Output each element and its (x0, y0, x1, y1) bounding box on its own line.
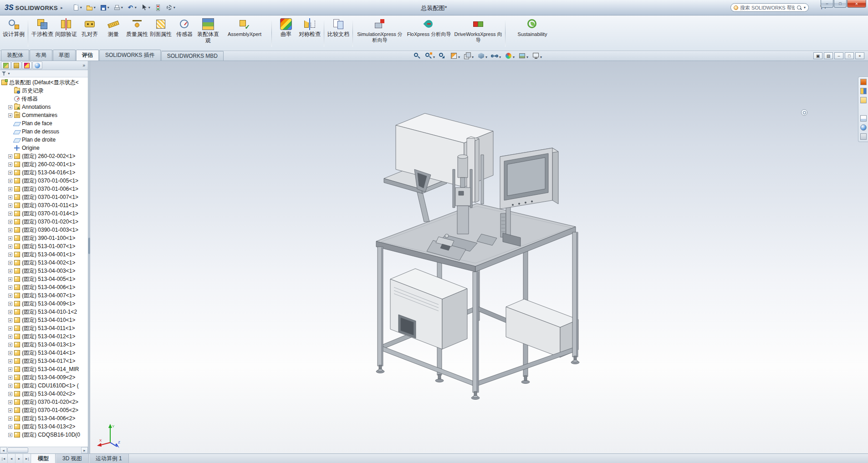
graphics-area[interactable]: X Y Z (90, 61, 868, 453)
model-tab[interactable]: 模型 (31, 454, 56, 463)
task-pane-tab[interactable] (860, 115, 867, 122)
panel-tab[interactable] (11, 61, 21, 69)
ribbon-item[interactable]: 比较文档 (327, 16, 350, 50)
filter-icon[interactable] (2, 71, 6, 76)
dropdown-caret-icon[interactable]: ▾ (433, 55, 435, 59)
dropdown-caret-icon[interactable]: ▾ (513, 55, 515, 59)
feature-tree-item[interactable]: + (固定) 513-01-007<1> (0, 242, 88, 250)
tab-scroll-button[interactable]: ► (15, 454, 23, 463)
feature-tree-item[interactable]: Plan de droite (0, 136, 88, 144)
document-window-button[interactable]: × (855, 52, 864, 59)
feature-tree-item[interactable]: + (固定) 513-04-009<1> (0, 300, 88, 308)
feature-tree-item[interactable]: + (固定) 260-02-002<1> (0, 152, 88, 160)
close-button[interactable]: × (847, 0, 866, 8)
expand-toggle[interactable]: + (8, 113, 12, 117)
expand-toggle[interactable]: + (8, 318, 12, 322)
view-tool-button[interactable]: ▾ (449, 52, 461, 60)
feature-tree-item[interactable]: + (固定) 0370-01-005<2> (0, 406, 88, 414)
expand-toggle[interactable]: + (8, 359, 12, 363)
expand-toggle[interactable]: + (8, 433, 12, 437)
dropdown-caret-icon[interactable]: ▾ (458, 55, 460, 59)
panel-tab[interactable] (22, 61, 32, 69)
view-tool-button[interactable]: ▾ (531, 52, 543, 60)
search-magnifier-icon[interactable] (797, 5, 802, 10)
dropdown-caret-icon[interactable]: ▾ (121, 5, 123, 10)
expand-toggle[interactable]: + (8, 253, 12, 257)
feature-tree-item[interactable]: + (固定) 260-02-001<1> (0, 160, 88, 168)
feature-tree-item[interactable]: + (固定) 390-01-100<1> (0, 234, 88, 242)
expand-toggle[interactable]: + (8, 163, 12, 167)
toolbar-button[interactable] (153, 3, 163, 12)
view-tool-button[interactable] (437, 52, 448, 60)
search-options-caret-icon[interactable]: ▾ (804, 5, 806, 10)
view-tool-button[interactable]: ▾ (424, 52, 436, 60)
dropdown-caret-icon[interactable]: ▾ (80, 5, 82, 10)
expand-toggle[interactable]: + (8, 310, 12, 314)
feature-tree-item[interactable]: + (固定) CDU1610D<1> ( (0, 382, 88, 390)
ribbon-item[interactable] (352, 19, 353, 47)
feature-tree-item[interactable]: + (固定) 0370-01-014<1> (0, 209, 88, 218)
ribbon-item[interactable]: 曲率 (274, 16, 298, 50)
toolbar-button[interactable]: ▾ (126, 3, 138, 12)
ribbon-item[interactable]: 孔对齐 (78, 16, 102, 50)
ribbon-item[interactable]: 干涉检查 (31, 16, 54, 50)
expand-toggle[interactable]: + (8, 351, 12, 355)
toolbar-button[interactable]: ▾ (71, 3, 83, 12)
ribbon-item[interactable]: 装配体直观 (196, 16, 220, 50)
expand-toggle[interactable]: + (8, 261, 12, 265)
tree-horizontal-scrollbar[interactable]: ◄ ► (0, 447, 88, 453)
feature-tree-item[interactable]: 历史记录 (0, 86, 88, 95)
expand-toggle[interactable]: + (8, 408, 12, 412)
feature-tree-item[interactable]: + (固定) 513-04-012<1> (0, 332, 88, 341)
feature-tree-item[interactable]: + (固定) 513-04-003<1> (0, 267, 88, 275)
expand-toggle[interactable]: + (8, 384, 12, 388)
feature-tree-item[interactable]: + Annotations (0, 103, 88, 111)
feature-tree-item[interactable]: + (固定) 513-04-014<1> (0, 349, 88, 357)
expand-toggle[interactable]: + (8, 277, 12, 281)
view-tool-button[interactable]: ▾ (476, 52, 489, 60)
task-pane-tab[interactable] (860, 106, 867, 112)
view-tool-button[interactable]: ▾ (517, 52, 530, 60)
dropdown-caret-icon[interactable]: ▾ (499, 55, 501, 59)
ribbon-item[interactable]: DriveWorksXpress 向导 (454, 16, 503, 50)
expand-toggle[interactable]: + (8, 105, 12, 109)
ribbon-item[interactable]: 质量属性 (125, 16, 149, 50)
dropdown-caret-icon[interactable]: ▾ (135, 5, 137, 10)
expand-toggle[interactable]: + (8, 425, 12, 429)
dropdown-caret-icon[interactable]: ▾ (94, 5, 96, 10)
dropdown-caret-icon[interactable]: ▾ (174, 5, 175, 10)
dropdown-caret-icon[interactable]: ▾ (540, 55, 542, 59)
maximize-button[interactable]: □ (834, 0, 847, 8)
expand-toggle[interactable]: + (8, 294, 12, 298)
search-box[interactable]: ▾ (730, 3, 809, 12)
menu-expand-chevron[interactable]: ▸ (61, 5, 63, 10)
task-pane-tab[interactable] (860, 133, 867, 140)
expand-toggle[interactable]: + (8, 244, 12, 249)
feature-tree-item[interactable]: Plan de face (0, 119, 88, 127)
feature-tree-item[interactable]: + (固定) 0370-01-020<1> (0, 218, 88, 226)
model-tab[interactable]: 3D 视图 (56, 454, 89, 463)
feature-tree-item[interactable]: + (固定) 513-04-005<1> (0, 275, 88, 283)
feature-tree-item[interactable]: + (固定) 513-04-006<2> (0, 414, 88, 422)
command-tab[interactable]: 布局 (30, 50, 52, 61)
feature-tree-item[interactable]: + (固定) 513-04-002<2> (0, 390, 88, 398)
view-tool-button[interactable]: ▾ (503, 52, 516, 60)
feature-tree-item[interactable]: + (固定) 513-04-001<1> (0, 250, 88, 259)
expand-toggle[interactable]: + (8, 187, 12, 191)
ribbon-item[interactable]: 间隙验证 (54, 16, 78, 50)
search-input[interactable] (740, 5, 795, 10)
toolbar-button[interactable]: ▾ (98, 3, 111, 12)
expand-toggle[interactable]: + (8, 228, 12, 232)
dropdown-caret-icon[interactable]: ▾ (107, 5, 109, 10)
ribbon-item[interactable]: 设计算例 (2, 16, 26, 50)
view-tool-button[interactable] (412, 52, 423, 60)
expand-toggle[interactable]: + (8, 204, 12, 208)
feature-tree-item[interactable]: + (固定) 0370-01-011<1> (0, 201, 88, 209)
ribbon-item[interactable]: 传感器 (173, 16, 196, 50)
feature-tree-item[interactable]: + (固定) 513-04-011<1> (0, 324, 88, 332)
task-pane-tab[interactable] (860, 88, 867, 94)
command-tab[interactable]: SOLIDWORKS MBD (161, 51, 224, 61)
tab-scroll-button[interactable]: ►| (23, 454, 31, 463)
ribbon-item[interactable]: AssemblyXpert (220, 16, 269, 50)
feature-tree-item[interactable]: + (固定) CDQSB16-10D(0 (0, 431, 88, 439)
